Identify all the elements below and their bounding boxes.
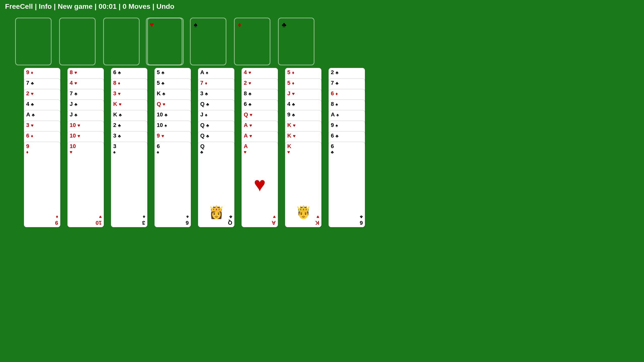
column-7: 5 ♦ 5 ♦ J ♥ 4 ♣ 9 — [285, 68, 321, 227]
clubs-icon: ♣ — [282, 21, 286, 29]
foundation-clubs[interactable]: ♣ — [278, 18, 314, 65]
undo-button[interactable]: Undo — [156, 3, 175, 11]
foundation-diamonds[interactable]: ♦ — [234, 18, 270, 65]
sep4: | — [118, 3, 120, 11]
column-3: 6 ♣ 8 ♦ 3 ♥ K ♥ K — [111, 68, 147, 227]
info-button[interactable]: Info — [39, 3, 52, 11]
card-8-8[interactable]: 6♣ 6♣ — [329, 142, 365, 227]
sep2: | — [54, 3, 56, 11]
hearts-icon: ♥ — [150, 21, 154, 29]
column-1: 9 ♦ 7 ♣ 2 ♥ 4 ♣ A — [24, 68, 60, 227]
card-5-8[interactable]: Q♣ 👸 Q♣ — [198, 142, 234, 227]
freecell-1[interactable] — [15, 18, 52, 65]
columns-area: 9 ♦ 7 ♣ 2 ♥ 4 ♣ A — [24, 68, 365, 227]
foundation-area: ♥ ♠ ♦ ♣ — [146, 18, 314, 65]
spades-icon: ♠ — [194, 21, 197, 29]
diamonds-icon: ♦ — [238, 21, 241, 29]
column-2: 8 ♥ 4 ♥ 7 ♣ J ♣ J — [67, 68, 104, 227]
new-game-button[interactable]: New game — [58, 3, 93, 11]
card-6-8[interactable]: A♥ ♥ A♥ — [242, 142, 278, 227]
header: FreeCell | Info | New game | 00:01 | 0 M… — [0, 0, 644, 13]
game-title: FreeCell — [5, 3, 33, 11]
column-8: 2 ♣ 7 ♣ 6 ♦ 8 ♠ A — [329, 68, 365, 227]
moves-display: 0 Moves — [123, 3, 150, 11]
freecell-3[interactable] — [103, 18, 140, 65]
card-2-8[interactable]: 10♥ 10♥ — [67, 142, 104, 227]
card-1-8[interactable]: 9♦ 9♦ — [24, 142, 60, 227]
card-4-8[interactable]: 6♠ 6♠ — [154, 142, 191, 227]
column-5: A ♠ 7 ♦ 3 ♣ Q ♣ J — [198, 68, 234, 227]
freecell-2[interactable] — [59, 18, 96, 65]
sep3: | — [95, 3, 97, 11]
foundation-spades[interactable]: ♠ — [190, 18, 226, 65]
sep5: | — [152, 3, 154, 11]
foundation-hearts[interactable]: ♥ — [146, 18, 182, 65]
column-6: 4 ♥ 2 ♥ 8 ♣ 6 ♣ Q — [242, 68, 278, 227]
card-7-8[interactable]: K♥ 🤴 K♥ — [285, 142, 321, 227]
sep1: | — [35, 3, 37, 11]
card-3-8[interactable]: 3♠ 3♠ — [111, 142, 147, 227]
timer-display: 00:01 — [99, 3, 117, 11]
column-4: 5 ♣ 5 ♣ K ♣ Q ♥ 10 — [154, 68, 191, 227]
